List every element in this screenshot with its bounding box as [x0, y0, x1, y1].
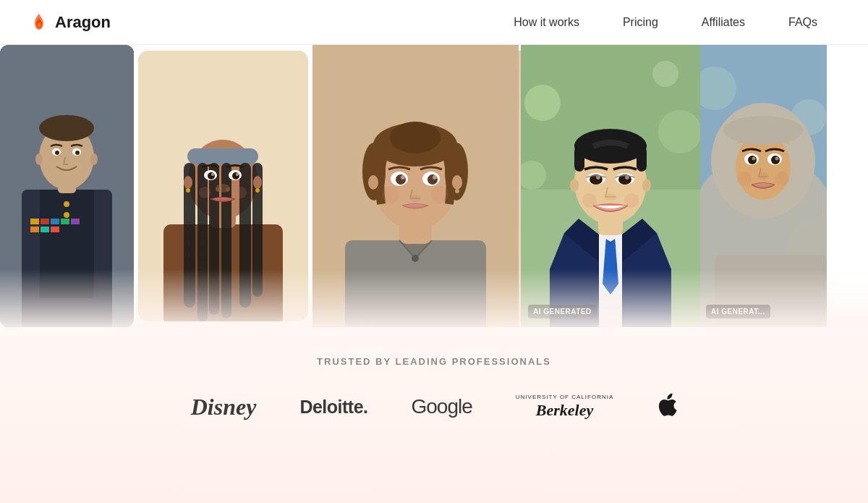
svg-point-94: [570, 179, 579, 192]
photo-card-5: AI GENERAT...: [700, 45, 827, 327]
ai-badge-4: AI GENERATED: [528, 305, 597, 318]
svg-point-77: [524, 85, 561, 121]
deloitte-logo: Deloitte.: [299, 397, 367, 418]
svg-point-79: [658, 110, 700, 153]
person-silhouette-2: [138, 51, 308, 321]
svg-point-39: [208, 172, 215, 179]
svg-point-67: [433, 175, 437, 179]
svg-point-41: [211, 173, 214, 176]
svg-point-69: [368, 175, 378, 190]
svg-point-19: [55, 151, 59, 155]
trust-label: TRUSTED BY LEADING PROFESSIONALS: [14, 356, 854, 367]
svg-point-20: [75, 151, 80, 155]
svg-point-78: [652, 61, 678, 87]
svg-point-46: [184, 176, 192, 189]
svg-rect-86: [637, 146, 647, 172]
person-silhouette-1: [0, 45, 134, 327]
google-logo: Google: [412, 395, 472, 418]
svg-point-42: [236, 173, 239, 176]
photo-card-1: [0, 45, 134, 327]
svg-rect-9: [30, 227, 39, 232]
nav-links: How it works Pricing Affiliates FAQs: [492, 10, 839, 35]
svg-point-45: [226, 187, 230, 192]
svg-point-40: [232, 172, 239, 179]
svg-rect-85: [574, 146, 584, 172]
svg-rect-33: [239, 163, 251, 308]
svg-point-22: [90, 153, 98, 165]
svg-point-116: [775, 172, 789, 186]
svg-point-47: [253, 176, 262, 189]
svg-point-16: [39, 115, 94, 141]
svg-point-66: [401, 175, 405, 179]
svg-point-111: [752, 157, 756, 161]
svg-point-110: [771, 156, 780, 164]
nav-affiliates[interactable]: Affiliates: [680, 10, 767, 35]
svg-point-115: [737, 172, 752, 186]
person-silhouette-5: [700, 45, 827, 327]
brand-logos: Disney Deloitte. Google UNIVERSITY OF CA…: [14, 393, 854, 420]
svg-point-44: [216, 187, 220, 192]
person-silhouette-4: [521, 45, 700, 327]
nav-faqs[interactable]: FAQs: [767, 10, 839, 35]
svg-point-12: [64, 201, 69, 207]
svg-point-114: [723, 116, 803, 145]
svg-point-73: [431, 186, 448, 203]
svg-rect-10: [41, 227, 49, 232]
svg-point-93: [604, 193, 617, 200]
svg-point-113: [757, 172, 769, 179]
svg-point-70: [452, 175, 462, 190]
logo-text: Aragon: [55, 13, 111, 32]
svg-rect-4: [30, 219, 39, 224]
svg-point-72: [382, 186, 399, 203]
photo-card-2: [138, 51, 308, 321]
nav-pricing[interactable]: Pricing: [601, 10, 680, 35]
ai-badge-5: AI GENERAT...: [706, 305, 770, 318]
svg-point-61: [390, 122, 441, 153]
photo-strip-wrapper: AI GENERATED: [0, 45, 868, 327]
svg-point-71: [455, 189, 459, 193]
svg-point-21: [35, 153, 43, 165]
person-silhouette-3: [312, 45, 519, 327]
svg-rect-8: [71, 219, 80, 224]
apple-logo: [657, 393, 677, 420]
svg-point-97: [624, 193, 639, 208]
svg-point-51: [235, 187, 247, 198]
svg-rect-11: [51, 227, 59, 232]
svg-point-68: [409, 195, 421, 202]
main-nav: Aragon How it works Pricing Affiliates F…: [0, 0, 868, 45]
svg-point-48: [186, 188, 190, 193]
photo-card-4: AI GENERATED: [521, 45, 700, 327]
logo[interactable]: Aragon: [29, 12, 111, 33]
svg-point-49: [255, 188, 260, 193]
svg-point-112: [775, 157, 779, 161]
photo-card-3: [312, 45, 519, 327]
nav-how-it-works[interactable]: How it works: [492, 10, 601, 35]
svg-point-96: [582, 193, 597, 208]
svg-rect-28: [187, 148, 258, 164]
svg-point-109: [748, 156, 757, 164]
svg-rect-6: [51, 219, 59, 224]
svg-point-13: [64, 212, 69, 218]
svg-rect-7: [61, 219, 69, 224]
svg-point-50: [199, 187, 210, 198]
svg-point-95: [642, 179, 651, 192]
flame-icon: [29, 12, 49, 33]
photo-strip: AI GENERATED: [0, 45, 868, 327]
disney-logo: Disney: [191, 394, 257, 420]
trust-section: TRUSTED BY LEADING PROFESSIONALS Disney …: [0, 327, 868, 503]
svg-rect-5: [41, 219, 49, 224]
berkeley-logo: UNIVERSITY OF CALIFORNIA Berkeley: [516, 394, 613, 420]
svg-point-55: [412, 255, 419, 262]
